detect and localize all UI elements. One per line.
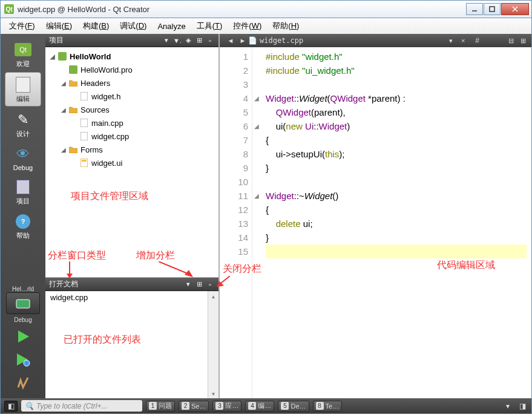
mode-projects[interactable]: 项目 [5, 175, 41, 208]
tree-item[interactable]: ◢Forms [45, 143, 218, 156]
mode-design[interactable]: ✎设计 [5, 108, 41, 141]
minimize-button[interactable] [466, 3, 483, 15]
run-button[interactable] [11, 327, 35, 346]
open-doc-item[interactable]: widget.cpp [45, 291, 208, 304]
svg-rect-4 [16, 300, 30, 308]
projects-icon [13, 179, 33, 196]
svg-rect-1 [490, 7, 494, 12]
h-icon [79, 91, 89, 101]
expand-icon[interactable]: ◢ [50, 53, 57, 60]
chevron-down-icon[interactable]: ▾ [502, 401, 513, 412]
add-split-icon[interactable]: ⊞ [194, 36, 204, 45]
build-button[interactable] [11, 373, 35, 392]
menu-b[interactable]: 构建(B) [78, 19, 114, 33]
annotation-project-area: 项目文件管理区域 [71, 190, 148, 203]
window-titlebar: Qt widget.cpp @ HelloWorld - Qt Creator [0, 0, 532, 18]
welcome-icon: Qt [13, 41, 33, 58]
output-panel-8[interactable]: 8Te… [313, 401, 343, 412]
tree-item[interactable]: widget.cpp [45, 130, 218, 143]
folder-icon [68, 105, 78, 114]
project-pane-header[interactable]: 项目 ▾ ▼. ◈ ⊞ ▫ [45, 34, 218, 47]
tree-item[interactable]: main.cpp [45, 116, 218, 130]
tree-item[interactable]: HelloWorld.pro [45, 63, 218, 76]
output-panel-5[interactable]: 5De… [278, 401, 309, 412]
menu-d[interactable]: 调试(D) [115, 19, 151, 33]
tree-item[interactable]: widget.ui [45, 156, 218, 169]
chevron-down-icon[interactable]: ▾ [446, 36, 456, 45]
menubar: 文件(F)编辑(E)构建(B)调试(D)Analyze工具(T)控件(W)帮助(… [0, 18, 532, 34]
target-selector[interactable]: Hel…rldDebug [2, 286, 44, 323]
cpp-icon [79, 118, 89, 128]
add-split-icon[interactable]: ⊞ [194, 280, 204, 289]
mode-edit[interactable]: 编辑 [5, 72, 41, 107]
svg-rect-9 [69, 65, 77, 74]
locator-placeholder: Type to locate (Ctrl+... [36, 402, 108, 410]
scrollbar-vertical[interactable]: ▴ ▾ [208, 291, 218, 398]
open-documents-pane: 打开文档 ▾ ⊞ ▫ widget.cpp 已打开的文件列表 ▴ ▾ [45, 277, 218, 398]
output-panel-4[interactable]: 4编… [245, 401, 274, 412]
nav-fwd-icon[interactable]: ► [238, 36, 248, 45]
project-tree[interactable]: 项目文件管理区域 ◢HelloWorldHelloWorld.pro◢Heade… [45, 47, 218, 248]
mode-debug[interactable]: 👁Debug [5, 142, 41, 174]
tree-item[interactable]: ◢Headers [45, 76, 218, 90]
code-editor[interactable]: 123456789101112131415 ◢◢◢ #include "widg… [220, 47, 531, 398]
menu-h[interactable]: 帮助(H) [268, 19, 304, 33]
tree-item[interactable]: ◢HelloWorld [45, 50, 218, 63]
editor-filename[interactable]: widget.cpp [260, 36, 444, 45]
progress-toggle-icon[interactable]: ◨ [517, 401, 528, 412]
tree-item[interactable]: widget.h [45, 90, 218, 103]
filter-icon[interactable]: ▼. [172, 36, 182, 45]
output-panel-2[interactable]: 2Se… [179, 401, 209, 412]
mode-welcome[interactable]: Qt欢迎 [5, 38, 41, 71]
open-docs-header[interactable]: 打开文档 ▾ ⊞ ▫ [45, 278, 218, 291]
line-gutter: 123456789101112131415 [220, 47, 252, 398]
help-icon: ? [13, 213, 33, 230]
chevron-down-icon[interactable]: ▾ [162, 36, 171, 45]
split-icon[interactable]: ⊟ [506, 36, 516, 45]
output-panel-3[interactable]: 3应… [212, 401, 241, 412]
close-tab-icon[interactable]: × [458, 36, 468, 45]
expand-icon[interactable]: ◢ [61, 146, 68, 153]
svg-rect-12 [80, 132, 88, 140]
code-text[interactable]: #include "widget.h"#include "ui_widget.h… [261, 47, 531, 398]
open-docs-list[interactable]: widget.cpp 已打开的文件列表 [45, 291, 208, 398]
line-column-label[interactable]: # [475, 36, 479, 45]
maximize-button[interactable] [484, 3, 501, 15]
annotation-open-list: 已打开的文件列表 [64, 334, 141, 346]
close-button[interactable] [501, 3, 529, 15]
close-pane-icon[interactable]: ▫ [205, 280, 215, 289]
menu-e[interactable]: 编辑(E) [41, 19, 77, 33]
expand-icon[interactable]: ◢ [61, 80, 68, 87]
open-docs-title: 打开文档 [49, 279, 182, 289]
menu-f[interactable]: 文件(F) [4, 19, 40, 33]
run-debug-button[interactable] [11, 350, 35, 369]
sync-icon[interactable]: ◈ [183, 36, 193, 45]
file-icon: 📄 [248, 36, 257, 45]
menu-analyze[interactable]: Analyze [153, 21, 190, 32]
debug-icon: 👁 [13, 146, 33, 163]
design-icon: ✎ [13, 111, 33, 128]
qt-icon [57, 51, 67, 61]
mode-help[interactable]: ?帮助 [5, 209, 41, 243]
svg-rect-14 [82, 160, 87, 162]
scroll-down-icon[interactable]: ▾ [208, 389, 218, 398]
scroll-up-icon[interactable]: ▴ [208, 291, 218, 301]
chevron-down-icon[interactable]: ▾ [183, 280, 193, 289]
folder-icon [68, 78, 78, 88]
close-pane-icon[interactable]: ▫ [205, 36, 215, 45]
locator-input[interactable]: 🔍 Type to locate (Ctrl+... [21, 400, 142, 412]
app-icon: Qt [4, 4, 14, 14]
add-split-icon[interactable]: ⊞ [518, 36, 528, 45]
fold-column[interactable]: ◢◢◢ [252, 47, 261, 398]
ui-icon [79, 158, 89, 168]
project-pane-title: 项目 [49, 35, 160, 45]
menu-t[interactable]: 工具(T) [192, 19, 228, 33]
expand-icon[interactable]: ◢ [61, 107, 68, 113]
svg-rect-10 [80, 92, 88, 100]
tree-item[interactable]: ◢Sources [45, 103, 218, 116]
toggle-sidebar-icon[interactable]: ◧ [4, 401, 18, 412]
output-panel-1[interactable]: 1问题 [146, 401, 175, 412]
menu-w[interactable]: 控件(W) [228, 19, 266, 33]
nav-back-icon[interactable]: ◄ [226, 36, 235, 45]
editor-tabbar: ◄ ► 📄 widget.cpp ▾ × # ⊟ ⊞ [220, 34, 531, 47]
